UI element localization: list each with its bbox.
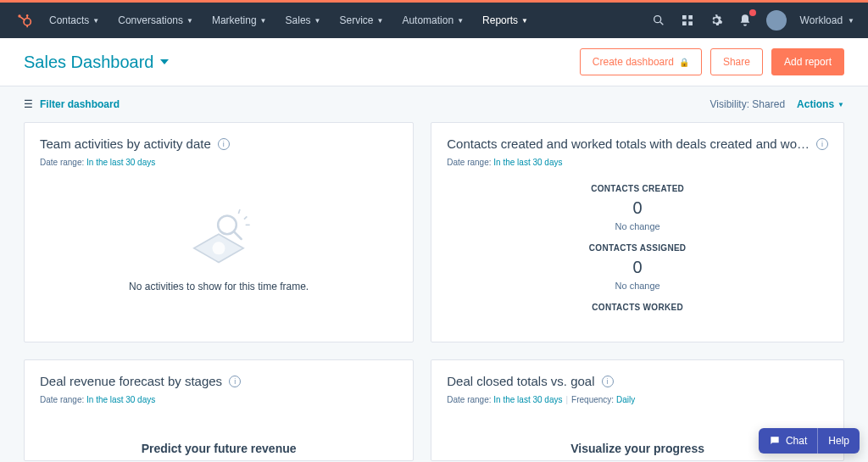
svg-point-5 [26, 14, 29, 17]
nav-marketing[interactable]: Marketing▼ [209, 9, 270, 31]
dashboard-title-dropdown[interactable]: Sales Dashboard [24, 53, 169, 72]
metrics-list: CONTACTS CREATED 0 No change CONTACTS AS… [447, 184, 828, 312]
notifications-icon[interactable] [737, 13, 753, 28]
hubspot-logo-icon[interactable] [14, 10, 34, 31]
nav-conversations[interactable]: Conversations▼ [114, 9, 197, 31]
metric-label: CONTACTS ASSIGNED [447, 243, 828, 253]
user-avatar[interactable] [766, 10, 787, 31]
filter-icon: ☰ [24, 98, 33, 110]
metric-label: CONTACTS CREATED [447, 184, 828, 193]
info-icon[interactable]: i [816, 138, 828, 150]
chevron-down-icon: ▼ [314, 17, 321, 25]
svg-rect-9 [688, 15, 693, 19]
nav-contacts[interactable]: Contacts▼ [46, 9, 103, 31]
visibility-value: Shared [752, 98, 785, 110]
card-title: Team activities by activity date i [40, 136, 398, 151]
info-icon[interactable]: i [602, 376, 614, 387]
metric-value: 0 [447, 258, 828, 277]
help-label: Help [828, 435, 849, 447]
account-label: Workload [800, 14, 843, 26]
svg-line-7 [660, 22, 663, 25]
metric-change: No change [447, 281, 828, 291]
button-label: Share [723, 56, 750, 68]
marketplace-icon[interactable] [680, 13, 695, 28]
range-prefix: Date range: [447, 158, 491, 167]
chevron-down-icon: ▼ [260, 17, 267, 25]
chevron-down-icon: ▼ [837, 101, 844, 109]
range-prefix: Date range: [40, 158, 84, 167]
settings-icon[interactable] [709, 13, 724, 28]
frequency-link[interactable]: Daily [616, 395, 635, 404]
dashboard-header: Sales Dashboard Create dashboard🔒 Share … [0, 38, 868, 86]
date-range-link[interactable]: In the last 30 days [86, 395, 155, 404]
metric-label: CONTACTS WORKED [447, 303, 828, 312]
dashboard-title: Sales Dashboard [24, 53, 153, 72]
info-icon[interactable]: i [218, 138, 230, 150]
range-prefix: Date range: [447, 395, 491, 404]
nav-label: Automation [402, 14, 453, 26]
chevron-down-icon: ▼ [377, 17, 384, 25]
svg-rect-8 [682, 15, 687, 19]
nav-sales[interactable]: Sales▼ [282, 9, 325, 31]
date-range-link[interactable]: In the last 30 days [493, 158, 562, 167]
date-range-link[interactable]: In the last 30 days [86, 158, 155, 167]
empty-illustration-icon [176, 192, 261, 269]
empty-state-text: No activities to show for this time fram… [40, 281, 398, 292]
metric-contacts-created: CONTACTS CREATED 0 No change [447, 184, 828, 231]
date-range-link[interactable]: In the last 30 days [493, 395, 562, 404]
nav-label: Service [339, 14, 373, 26]
nav-reports[interactable]: Reports▼ [479, 9, 531, 31]
metric-change: No change [447, 221, 828, 231]
freq-prefix: Frequency: [571, 395, 614, 404]
metric-contacts-worked: CONTACTS WORKED [447, 303, 828, 312]
share-button[interactable]: Share [710, 48, 763, 75]
nav-label: Conversations [118, 14, 183, 26]
card-title: Deal closed totals vs. goal i [447, 374, 828, 388]
visibility-label: Visibility: Shared [710, 98, 786, 110]
actions-dropdown[interactable]: Actions▼ [797, 98, 844, 110]
chevron-down-icon: ▼ [521, 17, 528, 25]
chevron-down-icon: ▼ [92, 17, 99, 25]
button-label: Create dashboard [593, 56, 674, 68]
dashboard-cards: Team activities by activity date i Date … [0, 122, 868, 462]
sub-header: ☰ Filter dashboard Visibility: Shared Ac… [0, 86, 868, 122]
chevron-down-icon [160, 58, 169, 66]
metric-value: 0 [447, 198, 828, 218]
top-nav: Contacts▼ Conversations▼ Marketing▼ Sale… [0, 3, 868, 38]
lock-icon: 🔒 [679, 58, 689, 67]
card-title-text: Team activities by activity date [40, 136, 211, 151]
card-title: Deal revenue forecast by stages i [40, 374, 398, 388]
help-widget: Chat Help [759, 428, 860, 454]
chat-label: Chat [786, 435, 807, 447]
svg-line-16 [244, 216, 247, 219]
card-team-activities[interactable]: Team activities by activity date i Date … [24, 122, 414, 342]
nav-label: Reports [482, 14, 518, 26]
card-headline: Predict your future revenue [25, 442, 413, 455]
card-contacts-totals[interactable]: Contacts created and worked totals with … [431, 122, 844, 342]
chat-button[interactable]: Chat [759, 428, 817, 454]
search-icon[interactable] [651, 13, 666, 28]
filter-dashboard-link[interactable]: Filter dashboard [40, 98, 120, 110]
chat-icon [769, 435, 781, 447]
create-dashboard-button[interactable]: Create dashboard🔒 [580, 48, 702, 75]
info-icon[interactable]: i [229, 376, 241, 387]
add-report-button[interactable]: Add report [771, 48, 844, 75]
nav-service[interactable]: Service▼ [336, 9, 387, 31]
card-title-text: Contacts created and worked totals with … [447, 136, 810, 151]
card-title-text: Deal closed totals vs. goal [447, 374, 594, 388]
date-range: Date range: In the last 30 days [40, 395, 398, 404]
range-prefix: Date range: [40, 395, 84, 404]
svg-line-2 [20, 17, 25, 20]
svg-line-15 [234, 232, 241, 239]
date-range: Date range: In the last 30 days [40, 158, 398, 167]
nav-automation[interactable]: Automation▼ [398, 9, 467, 31]
nav-right: Workload▼ [651, 10, 854, 31]
date-range: Date range: In the last 30 days|Frequenc… [447, 395, 828, 404]
nav-label: Sales [286, 14, 311, 26]
svg-line-18 [238, 209, 240, 214]
help-button[interactable]: Help [817, 428, 860, 454]
account-dropdown[interactable]: Workload▼ [800, 14, 854, 26]
svg-point-6 [654, 16, 660, 23]
card-deal-revenue-forecast[interactable]: Deal revenue forecast by stages i Date r… [24, 359, 414, 461]
nav-label: Contacts [49, 14, 89, 26]
